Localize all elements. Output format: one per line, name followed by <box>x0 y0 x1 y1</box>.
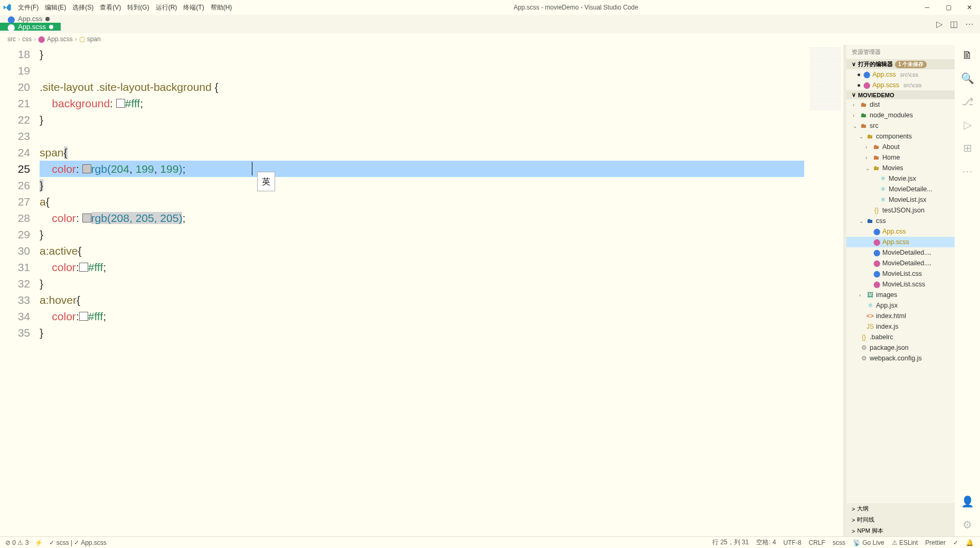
status-item[interactable]: 空格: 4 <box>756 538 776 547</box>
status-item[interactable]: 📡 Go Live <box>853 539 884 546</box>
code-line[interactable]: color: rgb(204, 199, 199); <box>40 161 804 177</box>
menu-item[interactable]: 文件(F) <box>15 4 42 11</box>
status-item[interactable]: 🔔 <box>966 539 974 546</box>
folder-item[interactable]: ›🖿node_modules <box>846 110 955 120</box>
file-item[interactable]: ⬤MovieDetailed.... <box>846 258 955 268</box>
file-item[interactable]: ⚛App.jsx <box>846 300 955 311</box>
code-line[interactable]: a:hover{ <box>40 292 804 308</box>
close-button[interactable]: ✕ <box>959 4 980 11</box>
menu-item[interactable]: 选择(S) <box>69 4 97 11</box>
file-item[interactable]: {}.babelrc <box>846 332 955 342</box>
folder-item[interactable]: ⌄🖿css <box>846 216 955 226</box>
minimap[interactable] <box>804 45 846 536</box>
code-line[interactable] <box>40 128 804 144</box>
status-item[interactable]: ✓ <box>953 539 958 546</box>
code-area[interactable]: 英 }.site-layout .site-layout-background … <box>40 45 804 536</box>
account-icon[interactable]: 👤 <box>961 495 974 508</box>
menu-item[interactable]: 查看(V) <box>97 4 124 11</box>
status-item[interactable]: ⚡ <box>35 539 43 546</box>
file-item[interactable]: {}testJSON.json <box>846 205 955 216</box>
editor-tab[interactable]: ⬤App.css <box>0 15 61 23</box>
file-item[interactable]: ⬤App.scss <box>846 237 955 247</box>
outline-section[interactable]: > 大纲 <box>846 503 955 514</box>
code-line[interactable]: } <box>40 46 804 62</box>
file-item[interactable]: ⚛Movie.jsx <box>846 173 955 184</box>
gear-icon: ⚙ <box>860 355 868 362</box>
split-editor-icon[interactable]: ◫ <box>950 19 958 29</box>
menu-item[interactable]: 转到(G) <box>124 4 152 11</box>
file-item[interactable]: ⬤MovieDetailed.... <box>846 247 955 258</box>
status-item[interactable]: ⚠ ESLint <box>892 539 918 546</box>
breadcrumb-item[interactable]: App.scss <box>47 35 73 43</box>
code-line[interactable]: background: #fff; <box>40 95 804 112</box>
project-header[interactable]: ∨MOVIEDEMO <box>846 90 955 99</box>
code-line[interactable]: } <box>40 324 804 341</box>
file-tree[interactable]: ›🖿dist›🖿node_modules⌄🖿src⌄🖿components›🖿A… <box>846 99 955 503</box>
explorer-icon[interactable]: 🗎 <box>962 49 973 61</box>
search-icon[interactable]: 🔍 <box>961 72 974 85</box>
breadcrumb-item[interactable]: src <box>7 35 16 43</box>
menu-item[interactable]: 编辑(E) <box>42 4 69 11</box>
code-line[interactable]: } <box>40 226 804 243</box>
source-control-icon[interactable]: ⎇ <box>962 95 974 108</box>
minimize-button[interactable]: ─ <box>917 4 938 11</box>
settings-icon[interactable]: ⚙ <box>963 518 972 531</box>
file-item[interactable]: <>index.html <box>846 311 955 321</box>
code-line[interactable]: color:#fff; <box>40 259 804 275</box>
status-item[interactable]: Prettier <box>925 539 946 546</box>
folder-item[interactable]: ⌄🖿components <box>846 131 955 142</box>
open-editors-header[interactable]: ∨打开的编辑器 1 个未保存 <box>846 59 955 69</box>
status-item[interactable]: 行 25，列 31 <box>712 538 749 547</box>
menu-item[interactable]: 终端(T) <box>180 4 207 11</box>
file-item[interactable]: ⚛MovieList.jsx <box>846 194 955 205</box>
code-line[interactable]: } <box>40 112 804 128</box>
status-item[interactable]: ⊘ 0 ⚠ 3 <box>5 539 29 546</box>
code-line[interactable]: span{ <box>40 144 804 161</box>
file-item[interactable]: ⬤MovieList.scss <box>846 279 955 290</box>
folder-item[interactable]: ›🖼images <box>846 290 955 300</box>
code-line[interactable]: color:#fff; <box>40 308 804 324</box>
folder-item[interactable]: ⌄🖿Movies <box>846 163 955 173</box>
breadcrumb[interactable]: src› css› ⬤ App.scss› ▢ span <box>0 33 980 45</box>
code-line[interactable] <box>40 62 804 79</box>
editor-tab[interactable]: ⬤App.scss <box>0 23 61 31</box>
timeline-section[interactable]: > 时间线 <box>846 514 955 525</box>
breadcrumb-item[interactable]: css <box>22 35 32 43</box>
folder-item[interactable]: ⌄🖿src <box>846 120 955 131</box>
npm-scripts-section[interactable]: > NPM 脚本 <box>846 525 955 536</box>
menu-item[interactable]: 帮助(H) <box>208 4 235 11</box>
file-item[interactable]: ⚙package.json <box>846 342 955 353</box>
extensions-icon[interactable]: ⊞ <box>963 142 972 154</box>
more-actions-icon[interactable]: ⋯ <box>965 19 974 29</box>
folder-item[interactable]: ›🖿dist <box>846 99 955 110</box>
code-line[interactable]: a:active{ <box>40 243 804 259</box>
code-line[interactable]: .site-layout .site-layout-background { <box>40 79 804 95</box>
breadcrumb-item[interactable]: span <box>87 35 101 43</box>
open-editor-item[interactable]: ●⬤App.csssrc\css <box>846 69 955 80</box>
code-line[interactable]: a{ <box>40 193 804 210</box>
code-line[interactable]: } <box>40 275 804 292</box>
status-item[interactable]: UTF-8 <box>784 539 802 546</box>
file-item[interactable]: ⚙webpack.config.js <box>846 353 955 364</box>
editor[interactable]: 181920212223242526272829303132333435 英 }… <box>0 45 846 536</box>
file-item[interactable]: ⚛MovieDetaile... <box>846 184 955 194</box>
more-icon[interactable]: ⋯ <box>962 165 973 178</box>
status-item[interactable]: CRLF <box>809 539 825 546</box>
file-item[interactable]: ⬤MovieList.css <box>846 268 955 279</box>
open-editor-item[interactable]: ●⬤App.scsssrc\css <box>846 80 955 90</box>
status-item[interactable]: scss <box>833 539 845 546</box>
code-line[interactable]: color: rgb(208, 205, 205); <box>40 210 804 226</box>
scss-icon: ⬤ <box>873 281 880 288</box>
maximize-button[interactable]: ▢ <box>938 4 959 11</box>
file-item[interactable]: ⬤App.css <box>846 226 955 237</box>
status-item[interactable]: ✓ scss | ✓ App.scss <box>49 539 106 546</box>
scrollbar[interactable] <box>843 45 846 536</box>
file-item[interactable]: JSindex.js <box>846 321 955 332</box>
chevron-icon: ⌄ <box>859 218 864 224</box>
run-icon[interactable]: ▷ <box>936 19 943 29</box>
code-line[interactable]: } <box>40 177 804 193</box>
folder-item[interactable]: ›🖿About <box>846 142 955 152</box>
menu-item[interactable]: 运行(R) <box>153 4 181 11</box>
debug-icon[interactable]: ▷ <box>964 118 972 131</box>
folder-item[interactable]: ›🖿Home <box>846 152 955 163</box>
